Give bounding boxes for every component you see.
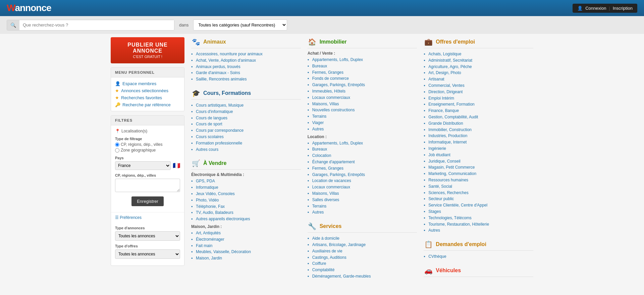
emploi-link[interactable]: Tourisme, Restauration, Hôtellerie: [428, 222, 489, 227]
emploi-link[interactable]: Sciences, Recherches: [428, 190, 468, 196]
immo-link[interactable]: Viager: [312, 120, 324, 126]
emploi-link[interactable]: Autres: [428, 228, 440, 233]
emploi-link[interactable]: Agriculture, Agro, Pêche: [428, 64, 472, 70]
immo-link[interactable]: Fermes, Granges: [312, 70, 343, 75]
services-link[interactable]: Comptabilité: [312, 267, 335, 273]
emploi-link[interactable]: Marketing, Communication: [428, 171, 476, 177]
immo-link[interactable]: Bureaux: [312, 146, 327, 152]
formations-link[interactable]: Cours de sport: [196, 121, 222, 127]
emploi-link[interactable]: Direction, Dirigeant: [428, 89, 463, 95]
immo-link[interactable]: Appartements, Lofts, Duplex: [312, 140, 363, 146]
immo-link[interactable]: Maisons, Villas: [312, 101, 339, 107]
emploi-link[interactable]: Informatique, Internet: [428, 139, 467, 145]
immo-link[interactable]: Locaux commerciaux: [312, 95, 350, 101]
search-button[interactable]: 🔍: [7, 20, 19, 30]
services-link[interactable]: Coiffure: [312, 261, 326, 267]
type-offres-select[interactable]: Toutes les annonces: [115, 249, 180, 259]
immo-link[interactable]: Nouvelles constructions: [312, 107, 355, 113]
immo-link[interactable]: Garages, Parkings, Entrepôts: [312, 172, 365, 178]
immo-link[interactable]: Location de vacances: [312, 178, 351, 184]
emploi-link[interactable]: Administratif, Secrétariat: [428, 58, 472, 63]
formations-link[interactable]: Cours par correspondance: [196, 128, 244, 133]
emploi-link[interactable]: Ingénierie: [428, 146, 446, 152]
emploi-link[interactable]: Santé, Social: [428, 184, 452, 189]
immo-link[interactable]: Autres: [312, 210, 324, 215]
formations-link[interactable]: Cours artistiques, Musique: [196, 103, 244, 108]
zone-radio[interactable]: [115, 148, 119, 153]
emploi-link[interactable]: Emploi Intérim: [428, 96, 454, 101]
vente-link[interactable]: Jeux Vidéo, Consoles: [196, 191, 235, 197]
immo-link[interactable]: Maisons, Villas: [312, 191, 339, 196]
search-category-select[interactable]: Toutes les catégories (sauf Rencontres) …: [193, 19, 287, 31]
immo-link[interactable]: Bureaux: [312, 63, 327, 69]
cp-radio-label[interactable]: CP, régions, dép., villes: [115, 142, 180, 147]
search-input[interactable]: [19, 20, 174, 30]
inscription-link[interactable]: Inscription: [613, 6, 633, 11]
vente-link[interactable]: Art, Antiquités: [196, 230, 221, 236]
vente-link[interactable]: Informatique: [196, 185, 218, 190]
services-link[interactable]: Auxiliaires de vie: [312, 248, 342, 254]
vente-link[interactable]: Fait main: [196, 243, 212, 249]
formations-link[interactable]: Formation professionnelle: [196, 140, 242, 146]
recherche-reference-link[interactable]: Recherche par référence: [122, 102, 171, 107]
emploi-link[interactable]: Art, Design, Photo: [428, 70, 461, 76]
cp-radio[interactable]: [115, 142, 119, 147]
services-link[interactable]: Aide à domicile: [312, 236, 339, 241]
vente-link[interactable]: Meubles, Vaisselle, Décoration: [196, 249, 251, 255]
immo-link[interactable]: Immeubles, Hôtels: [312, 88, 345, 94]
services-link[interactable]: Déménagement, Garde-meubles: [312, 274, 371, 279]
type-annonces-select[interactable]: Toutes les annonces: [115, 231, 180, 241]
emploi-link[interactable]: Enseignement, Formation: [428, 102, 474, 107]
connexion-link[interactable]: Connexion: [585, 6, 606, 11]
immo-link[interactable]: Garages, Parkings, Entrepôts: [312, 82, 365, 88]
immo-link[interactable]: Terrains: [312, 203, 327, 209]
animaux-link[interactable]: Animaux perdus, trouvés: [196, 64, 240, 70]
emploi-link[interactable]: Immobilier, Construction: [428, 127, 472, 133]
emploi-link[interactable]: Industries, Production: [428, 133, 467, 139]
immo-link[interactable]: Locaux commerciaux: [312, 184, 350, 190]
immo-link[interactable]: Terrains: [312, 114, 327, 119]
formations-link[interactable]: Cours scolaires: [196, 134, 224, 140]
animaux-link[interactable]: Garde d'animaux - Soins: [196, 70, 240, 76]
services-link[interactable]: Artisans, Bricolage, Jardinage: [312, 242, 366, 248]
emploi-link[interactable]: Magasin, Petit Commerce: [428, 165, 475, 170]
immo-link[interactable]: Salles diverses: [312, 197, 339, 203]
vente-link[interactable]: Autres appareils électroniques: [196, 216, 250, 222]
zone-radio-label[interactable]: Zone géographique: [115, 148, 180, 153]
immo-link[interactable]: Fermes, Granges: [312, 166, 343, 171]
publish-button[interactable]: PUBLIER UNE ANNONCE C'EST GRATUIT !: [111, 37, 184, 63]
immo-link[interactable]: Appartements, Lofts, Duplex: [312, 57, 363, 63]
immo-link[interactable]: Colocation: [312, 153, 331, 159]
emploi-link[interactable]: Secteur public: [428, 196, 454, 202]
preferences-row[interactable]: ☰ Préférences: [111, 212, 184, 223]
services-link[interactable]: Castings, Auditions: [312, 255, 346, 260]
grande-distribution-link[interactable]: Grande Distribution: [428, 121, 463, 126]
emploi-link[interactable]: Commercial, Ventes: [428, 83, 464, 88]
vente-link[interactable]: Téléphonie, Fax: [196, 204, 225, 210]
immo-link[interactable]: Échange d'appartement: [312, 159, 355, 165]
cvtheque-link[interactable]: CVthèque: [428, 254, 446, 259]
vente-link[interactable]: Photo, Vidéo: [196, 197, 219, 203]
immo-link[interactable]: Fonds de commerce: [312, 76, 349, 81]
pays-select[interactable]: France: [115, 161, 171, 170]
espace-membres-link[interactable]: Espace membres: [122, 81, 156, 86]
animaux-link[interactable]: Saillie, Rencontres animales: [196, 76, 247, 82]
logo[interactable]: Wannonce: [7, 3, 51, 13]
emploi-link[interactable]: Artisanat: [428, 76, 444, 82]
enregistrer-button[interactable]: Enregistrer: [131, 196, 164, 206]
immo-link[interactable]: Autres: [312, 126, 324, 132]
vente-link[interactable]: GPS, PDA: [196, 178, 215, 184]
emploi-link[interactable]: Achats, Logistique: [428, 51, 461, 57]
emploi-link[interactable]: Technologies, Télécoms: [428, 215, 472, 221]
vente-link[interactable]: TV, Audio, Baladeurs: [196, 210, 233, 216]
cp-input[interactable]: [115, 179, 180, 192]
formations-link[interactable]: Autres cours: [196, 147, 218, 153]
emploi-link[interactable]: Service Clientèle, Centre d'Appel: [428, 202, 487, 208]
emploi-link[interactable]: Ressources humaines: [428, 177, 468, 183]
emploi-link[interactable]: Job étudiant: [428, 152, 450, 158]
animaux-link[interactable]: Achat, Vente, Adoption d'animaux: [196, 58, 256, 63]
emploi-link[interactable]: Juridique, Conseil: [428, 159, 460, 164]
emploi-link[interactable]: Finance, Banque: [428, 108, 459, 114]
vente-link[interactable]: Maison, Jardin: [196, 255, 222, 261]
vente-link[interactable]: Électroménager: [196, 237, 224, 242]
